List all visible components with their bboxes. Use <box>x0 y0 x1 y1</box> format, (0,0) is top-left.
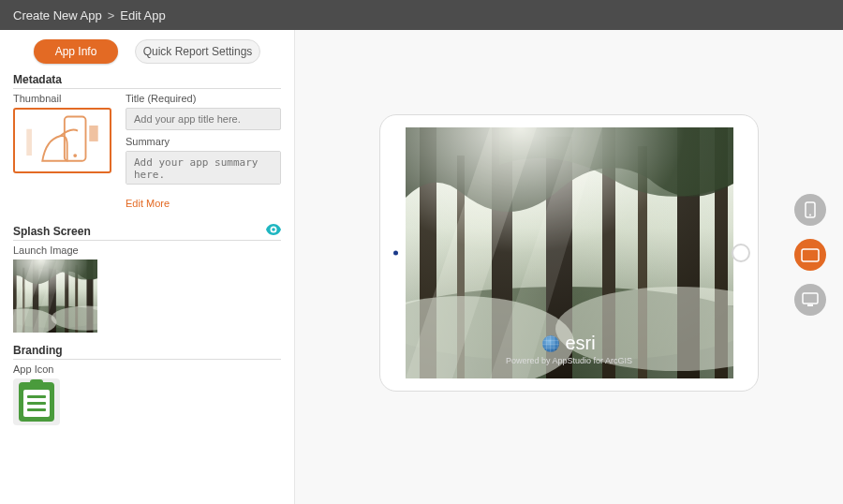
desktop-icon <box>802 292 819 307</box>
phone-icon <box>805 201 816 218</box>
section-branding: Branding <box>13 344 281 360</box>
svg-point-22 <box>272 228 275 231</box>
esri-logo: esri <box>406 333 733 354</box>
visibility-toggle-icon[interactable] <box>266 224 281 238</box>
thumbnail-upload[interactable] <box>13 108 111 173</box>
svg-rect-25 <box>802 249 819 261</box>
svg-point-19 <box>73 154 77 157</box>
device-tablet-button[interactable] <box>794 239 826 271</box>
edit-more-link[interactable]: Edit More <box>126 198 170 209</box>
svg-rect-27 <box>807 304 813 306</box>
breadcrumb-current: Edit App <box>120 8 165 22</box>
device-phone-button[interactable] <box>794 194 826 226</box>
app-icon-picker[interactable] <box>13 378 60 425</box>
breadcrumb: Create New App > Edit App <box>0 0 843 30</box>
device-switcher <box>794 194 826 316</box>
device-desktop-button[interactable] <box>794 284 826 316</box>
label-thumbnail: Thumbnail <box>13 93 116 104</box>
preview-area: esri Powered by AppStudio for ArcGIS <box>295 30 843 504</box>
label-summary: Summary <box>126 136 281 147</box>
section-splash-screen: Splash Screen <box>13 225 91 238</box>
tablet-home-button <box>732 244 750 262</box>
tablet-icon <box>801 248 820 262</box>
esri-logo-text: esri <box>565 333 595 354</box>
launch-image-picker[interactable] <box>13 259 97 333</box>
label-launch-image: Launch Image <box>13 245 281 256</box>
breadcrumb-root[interactable]: Create New App <box>13 8 102 22</box>
label-title: Title (Required) <box>126 93 281 104</box>
thumbnail-placeholder-illustration <box>15 110 110 171</box>
tab-quick-report-settings[interactable]: Quick Report Settings <box>135 39 260 64</box>
section-metadata: Metadata <box>13 73 281 89</box>
title-input[interactable] <box>126 108 281 130</box>
tablet-camera-dot <box>393 251 398 256</box>
app-icon-clipboard-icon <box>19 382 54 422</box>
svg-rect-20 <box>89 126 97 141</box>
preview-tagline: Powered by AppStudio for ArcGIS <box>406 356 733 365</box>
summary-input[interactable] <box>126 151 281 185</box>
svg-rect-26 <box>803 293 818 304</box>
preview-screen: esri Powered by AppStudio for ArcGIS <box>406 127 733 378</box>
label-app-icon: App Icon <box>13 363 281 375</box>
left-panel: App Info Quick Report Settings Metadata … <box>0 30 295 504</box>
svg-point-24 <box>809 215 811 216</box>
svg-rect-21 <box>26 129 32 156</box>
breadcrumb-separator: > <box>108 8 115 22</box>
globe-icon <box>542 335 559 352</box>
tab-app-info[interactable]: App Info <box>34 39 118 64</box>
tablet-frame: esri Powered by AppStudio for ArcGIS <box>379 114 759 392</box>
